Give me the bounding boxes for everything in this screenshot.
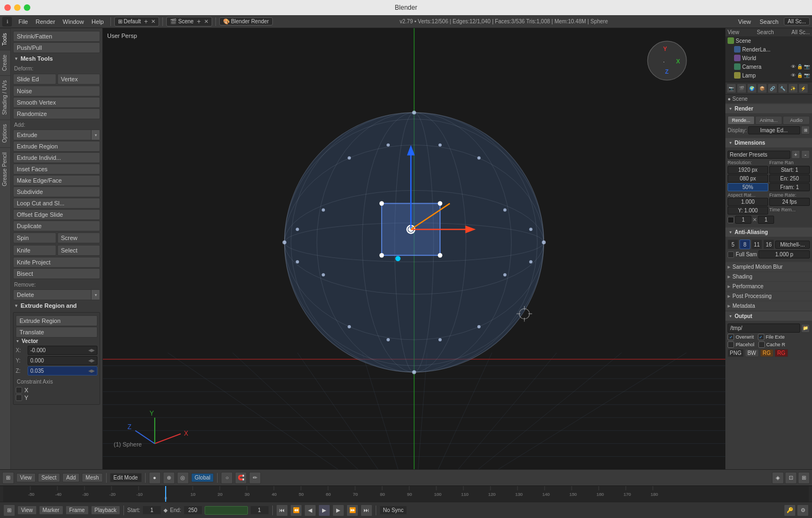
view-button[interactable]: View [735, 17, 755, 26]
select-button[interactable]: Select [57, 245, 101, 256]
render-section-header[interactable]: Render [725, 104, 812, 113]
menu-render[interactable]: Render [32, 17, 58, 26]
mode-select[interactable]: Edit Mode [110, 473, 142, 482]
duplicate-button[interactable]: Duplicate [13, 221, 100, 231]
offset-edge-slide-button[interactable]: Offset Edge Slide [13, 209, 100, 220]
bw-btn[interactable]: BW [745, 349, 759, 357]
loop-cut-button[interactable]: Loop Cut and Sl... [13, 198, 100, 209]
extrude-region-button[interactable]: Extrude Region [13, 141, 100, 152]
output-path-field[interactable]: /tmp/ [728, 323, 800, 333]
jump-start-btn[interactable]: ⏮ [276, 504, 288, 516]
outliner-renderlayer[interactable]: RenderLa... [732, 45, 812, 54]
spin-button[interactable]: Spin [13, 232, 56, 243]
res-x-value[interactable]: 1920 px [728, 166, 768, 174]
search-button[interactable]: Search [756, 17, 782, 26]
end-frame-input[interactable]: 250 [184, 506, 202, 515]
presets-remove-btn[interactable]: - [801, 150, 810, 159]
world-prop-icon[interactable]: 🌍 [747, 83, 757, 93]
extrude-arrow[interactable]: ▾ [91, 130, 100, 140]
display-value[interactable]: Image Ed... [748, 126, 800, 134]
noise-button[interactable]: Noise [13, 86, 100, 96]
render-prop-icon[interactable]: 📷 [726, 83, 736, 93]
delete-button[interactable]: Delete [13, 289, 91, 300]
start-value[interactable]: Start: 1 [769, 166, 810, 174]
cache-checkbox[interactable] [758, 341, 765, 348]
overwrite-checkbox[interactable] [728, 334, 734, 340]
current-frame-input[interactable]: 1 [250, 506, 269, 515]
output-browse-btn[interactable]: 📁 [801, 324, 810, 333]
workspace-selector[interactable]: ⊞ Default + ✕ [114, 17, 160, 27]
menu-file[interactable]: File [15, 17, 31, 26]
timeline-marker-btn[interactable]: Marker [39, 506, 63, 515]
remove-scene-button[interactable]: ✕ [204, 18, 208, 24]
frame-x-val[interactable]: 1 [735, 216, 751, 224]
translate-button[interactable]: Translate [16, 327, 97, 338]
jump-end-btn[interactable]: ⏭ [361, 504, 372, 516]
extrude-individual-button[interactable]: Extrude Individ... [13, 152, 100, 163]
slide-edge-button[interactable]: Slide Ed [13, 74, 56, 85]
tl-settings-icon[interactable]: ⚙ [797, 504, 809, 516]
inset-faces-button[interactable]: Inset Faces [13, 164, 100, 174]
knife-button[interactable]: Knife [13, 245, 56, 256]
tab-grease-pencil[interactable]: Grease Pencil [0, 147, 10, 191]
x-input[interactable]: -0.000 ◀▶ [28, 346, 97, 355]
eye-icon[interactable]: 👁 [791, 64, 796, 69]
viewport-settings-icon[interactable]: ⊞ [2, 472, 14, 484]
viewport-shading-icon[interactable]: ● [149, 472, 161, 484]
extrude-button[interactable]: Extrude [13, 130, 91, 140]
timeline-settings-icon[interactable]: ⊞ [3, 504, 15, 516]
push-pull-button[interactable]: Push/Pull [13, 42, 100, 53]
lamp-eye-icon[interactable]: 👁 [791, 73, 796, 78]
render-tab-render[interactable]: Rende... [728, 116, 755, 125]
frame-y-val[interactable]: 1 [758, 216, 774, 224]
prev-keyframe-btn[interactable]: ◀ [304, 504, 316, 516]
start-frame-input[interactable]: 1 [142, 506, 161, 515]
extrude-region-sub-button[interactable]: Extrude Region [16, 315, 97, 326]
keying-icon[interactable]: 🔑 [784, 504, 796, 516]
knife-project-button[interactable]: Knife Project [13, 257, 100, 268]
mitchell-value[interactable]: Mitchell-... [775, 241, 810, 249]
next-keyframe-btn[interactable]: ▶ [332, 504, 344, 516]
aa-section-header[interactable]: Anti-Aliasing [725, 228, 812, 237]
shading-section[interactable]: ▶ Shading [725, 272, 812, 281]
subdivide-button[interactable]: Subdivide [13, 186, 100, 197]
outliner-scene[interactable]: Scene [725, 36, 812, 45]
all-scenes-button[interactable]: All Sc... [784, 17, 810, 25]
tab-tools[interactable]: Tools [0, 28, 10, 50]
mesh-tools-header[interactable]: Mesh Tools [13, 54, 100, 63]
remove-workspace-button[interactable]: ✕ [151, 18, 155, 24]
lamp-render-icon[interactable]: 📷 [804, 73, 810, 78]
render-tab-anim[interactable]: Anima... [755, 116, 782, 125]
smooth-vertex-button[interactable]: Smooth Vertex [13, 97, 100, 108]
grease-pencil-icon[interactable]: ✏ [249, 472, 261, 484]
add-menu-btn[interactable]: Add [62, 473, 80, 482]
timeline-view-btn[interactable]: View [17, 506, 37, 515]
delete-arrow[interactable]: ▾ [91, 289, 100, 300]
y-input[interactable]: 0.000 ◀▶ [28, 356, 97, 365]
timeline-playback-btn[interactable]: Playback [91, 506, 121, 515]
make-edge-face-button[interactable]: Make Edge/Face [13, 175, 100, 186]
render-tab-audio[interactable]: Audio [783, 116, 810, 125]
end-value[interactable]: En: 250 [769, 174, 810, 183]
rg-btn[interactable]: RG [760, 349, 774, 357]
xray-icon[interactable]: ⊡ [785, 472, 797, 484]
outliner-camera[interactable]: Camera 👁 🔒 📷 [732, 62, 812, 71]
object-prop-icon[interactable]: 📦 [757, 83, 767, 93]
aspect-y-value[interactable]: Y: 1.000 [728, 206, 768, 215]
frame-checkbox[interactable] [728, 217, 734, 223]
output-section-header[interactable]: Output [725, 312, 812, 321]
file-ext-checkbox[interactable] [758, 334, 764, 340]
z-input[interactable]: 0.035 ◀▶ [28, 366, 97, 375]
scene-prop-icon[interactable]: 🎬 [737, 83, 746, 93]
placeholder-checkbox[interactable] [728, 341, 734, 348]
add-workspace-button[interactable]: + [142, 18, 149, 25]
play-btn[interactable]: ▶ [318, 504, 330, 516]
next-frame-btn[interactable]: ⏩ [346, 504, 358, 516]
vector-header[interactable]: Vector [16, 338, 97, 344]
minimize-button[interactable] [14, 4, 21, 11]
scene-selector[interactable]: 🎬 Scene + ✕ [166, 17, 212, 27]
aa-11[interactable]: 11 [751, 239, 762, 249]
presets-add-btn[interactable]: + [791, 150, 800, 159]
maximize-button[interactable] [24, 4, 30, 11]
bisect-button[interactable]: Bisect [13, 268, 100, 279]
